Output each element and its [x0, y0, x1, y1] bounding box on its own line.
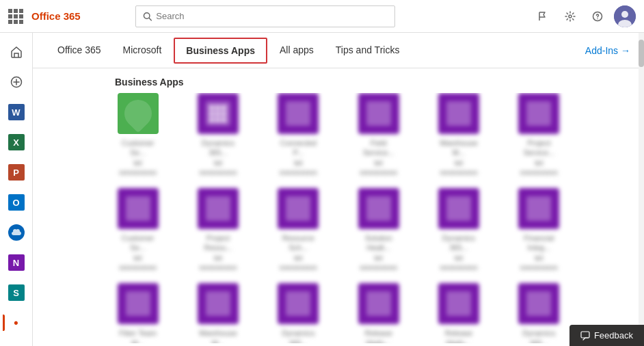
- feedback-button[interactable]: Feedback: [569, 325, 644, 346]
- app-tile-label: Financial Integ...tet nnnnnnnnn: [515, 233, 563, 272]
- list-item[interactable]: Resource Sch...tet nnnnnnnnn: [262, 188, 335, 272]
- page-title: Business Apps: [33, 68, 644, 93]
- app-name: Office 365: [31, 10, 81, 22]
- app-tile-icon: [358, 93, 399, 134]
- tab-microsoft[interactable]: Microsoft: [112, 33, 173, 68]
- apps-grid-container: Customer Se...tet nnnnnnnnn Dynamics 365…: [33, 93, 644, 343]
- app-tile-icon: [118, 93, 159, 134]
- app-tile-icon: [358, 283, 399, 324]
- list-item[interactable]: Field Service...tet nnnnnnnnn: [342, 93, 415, 177]
- app-tile-label: Release Waifu...tet nnnnnnnnn: [355, 328, 403, 343]
- feedback-icon: [580, 331, 590, 341]
- app-tile-label: Warehouse M...tet nnnnnnnnn: [435, 138, 483, 177]
- svg-line-1: [149, 18, 151, 20]
- app-tile-label: Dynamics 365...tet nnnnnnnnn: [274, 328, 322, 343]
- sidebar: W X P O N S •: [0, 33, 33, 346]
- onenote-icon: N: [8, 254, 25, 271]
- app-tile-icon: [198, 93, 239, 134]
- list-item[interactable]: Dynamics 365...tet nnnnnnnnn: [502, 283, 576, 343]
- app-tile-icon: [438, 93, 479, 134]
- list-item[interactable]: Customer Se...tet nnnnnnnnn: [101, 93, 174, 177]
- sidebar-item-onenote[interactable]: N: [3, 249, 30, 276]
- content-area: Office 365 Microsoft Business Apps All a…: [33, 33, 644, 346]
- sidebar-item-outlook[interactable]: O: [3, 189, 30, 216]
- app-tile-icon: [278, 283, 319, 324]
- list-item[interactable]: Warehouse M...tet nnnnnnnnn: [181, 283, 254, 343]
- feedback-label: Feedback: [594, 330, 633, 341]
- sidebar-item-home[interactable]: [3, 38, 30, 66]
- list-item[interactable]: Project Service...tet nnnnnnnnn: [502, 93, 576, 177]
- tab-tips-tricks[interactable]: Tips and Tricks: [325, 33, 411, 68]
- sidebar-item-onedrive[interactable]: [3, 219, 30, 246]
- app-tile-icon: [278, 188, 319, 229]
- app-tile-label: Connected P...tet nnnnnnnnn: [274, 138, 322, 177]
- app-tile-icon: [438, 283, 479, 324]
- app-tile-label: Dynamics 365...tet nnnnnnnnn: [194, 138, 242, 177]
- app-tile-label: Solution Healt...tet nnnnnnnnn: [355, 233, 403, 272]
- sidebar-item-add[interactable]: [3, 68, 30, 96]
- list-item[interactable]: Dynamics 365...tet nnnnnnnnn: [262, 283, 335, 343]
- app-tile-icon: [118, 188, 159, 229]
- list-item[interactable]: Customer Se...tet nnnnnnnnn: [101, 188, 174, 272]
- svg-rect-11: [581, 332, 589, 338]
- list-item[interactable]: Connected P...tet nnnnnnnnn: [262, 93, 335, 177]
- app-tile-icon: [518, 93, 559, 134]
- app-tile-label: Project Resou...tet nnnnnnnnn: [194, 233, 242, 272]
- app-tile-icon: [438, 188, 479, 229]
- app-tile-icon: [518, 188, 559, 229]
- app-tile-label: Fiber Team M...tet nnnnnnnnn: [114, 328, 162, 343]
- app-tile-label: Field Service...tet nnnnnnnnn: [355, 138, 403, 177]
- tab-business-apps[interactable]: Business Apps: [174, 38, 267, 64]
- list-item[interactable]: Fiber Team M...tet nnnnnnnnn: [101, 283, 174, 343]
- list-item[interactable]: Project Resou...tet nnnnnnnnn: [181, 188, 254, 272]
- tab-all-apps[interactable]: All apps: [269, 33, 325, 68]
- app-tile-label: Project Service...tet nnnnnnnnn: [515, 138, 563, 177]
- search-input[interactable]: [156, 11, 388, 21]
- tab-office365[interactable]: Office 365: [46, 33, 112, 68]
- app-tile-label: Warehouse M...tet nnnnnnnnn: [194, 328, 242, 343]
- help-button[interactable]: [587, 5, 608, 27]
- list-item[interactable]: Dynamics 365...tet nnnnnnnnn: [422, 188, 495, 272]
- list-item[interactable]: Release Waifu...tet nnnnnnnnn: [422, 283, 495, 343]
- topbar-actions: [532, 5, 636, 27]
- avatar[interactable]: [614, 5, 636, 27]
- app-tile-icon: [518, 283, 559, 324]
- app-tile-icon: [118, 283, 159, 324]
- search-bar[interactable]: [135, 5, 395, 27]
- svg-point-2: [569, 15, 572, 18]
- app-tile-icon: [358, 188, 399, 229]
- main-layout: W X P O N S • Offic: [0, 33, 644, 346]
- sidebar-item-sharepoint[interactable]: S: [3, 279, 30, 306]
- scrollbar-track: [639, 33, 644, 346]
- topbar: Office 365: [0, 0, 644, 33]
- list-item[interactable]: Solution Healt...tet nnnnnnnnn: [342, 188, 415, 272]
- svg-point-6: [621, 11, 628, 18]
- apps-grid: Customer Se...tet nnnnnnnnn Dynamics 365…: [101, 93, 576, 343]
- app-tile-label: Resource Sch...tet nnnnnnnnn: [274, 233, 322, 272]
- app-launcher-icon[interactable]: [8, 9, 23, 24]
- sidebar-item-excel[interactable]: X: [3, 129, 30, 156]
- sidebar-item-more[interactable]: •: [3, 309, 30, 336]
- list-item[interactable]: Dynamics 365...tet nnnnnnnnn: [181, 93, 254, 177]
- search-icon: [143, 12, 152, 21]
- sidebar-item-powerpoint[interactable]: P: [3, 159, 30, 186]
- list-item[interactable]: Warehouse M...tet nnnnnnnnn: [422, 93, 495, 177]
- app-logo: Office 365: [31, 10, 127, 22]
- list-item[interactable]: Release Waifu...tet nnnnnnnnn: [342, 283, 415, 343]
- addins-link[interactable]: Add-Ins →: [585, 45, 630, 56]
- app-tile-icon: [198, 188, 239, 229]
- flag-button[interactable]: [532, 5, 554, 27]
- sharepoint-icon: S: [8, 284, 25, 301]
- app-tile-icon: [278, 93, 319, 134]
- onedrive-icon: [8, 224, 25, 241]
- app-tile-label: Dynamics 365...tet nnnnnnnnn: [435, 233, 483, 272]
- scrollbar-thumb[interactable]: [639, 40, 644, 67]
- outlook-icon: O: [8, 194, 25, 211]
- app-tile-label: Customer Se...tet nnnnnnnnn: [114, 233, 162, 272]
- settings-button[interactable]: [559, 5, 581, 27]
- excel-icon: X: [8, 134, 25, 150]
- sidebar-item-word[interactable]: W: [3, 98, 30, 126]
- word-icon: W: [8, 104, 25, 120]
- list-item[interactable]: Financial Integ...tet nnnnnnnnn: [502, 188, 576, 272]
- svg-point-4: [597, 18, 598, 19]
